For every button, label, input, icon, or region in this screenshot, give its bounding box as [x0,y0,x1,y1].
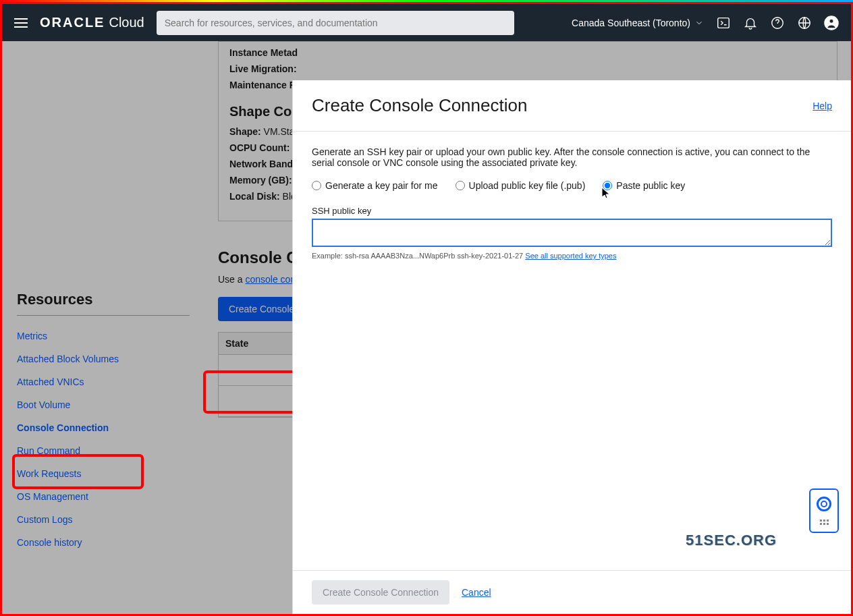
cloudshell-icon[interactable] [716,16,731,30]
profile-icon[interactable] [824,16,839,30]
example-text: Example: ssh-rsa AAAAB3Nza...NWap6Prb ss… [312,252,525,260]
chevron-down-icon [694,18,704,28]
globe-icon[interactable] [797,16,812,30]
help-link[interactable]: Help [813,101,832,111]
radio-generate[interactable]: Generate a key pair for me [312,180,438,191]
bell-icon[interactable] [743,16,758,30]
example-link[interactable]: See all supported key types [525,252,616,260]
watermark: 51SEC.ORG [686,532,777,549]
support-widget[interactable] [809,488,839,533]
radio-paste[interactable]: Paste public key [603,180,685,191]
region-selector[interactable]: Canada Southeast (Toronto) [572,18,704,28]
footer-create-button[interactable]: Create Console Connection [312,580,449,605]
menu-icon[interactable] [14,18,28,28]
panel-intro: Generate an SSH key pair or upload your … [312,146,832,168]
logo-light: Cloud [109,15,144,30]
highlight-box-sidebar [12,454,144,489]
region-label: Canada Southeast (Toronto) [572,18,690,28]
search-input[interactable] [165,18,506,28]
help-icon[interactable] [770,16,785,30]
footer-cancel-link[interactable]: Cancel [462,587,491,598]
lifebuoy-icon [817,497,831,511]
radio-upload[interactable]: Upload public key file (.pub) [456,180,586,191]
search-box[interactable] [157,11,514,35]
topbar: ORACLE Cloud Canada Southeast (Toronto) [2,4,851,41]
grip-icon [820,520,829,525]
logo-bold: ORACLE [40,15,105,30]
panel-title: Create Console Connection [312,95,527,116]
ssh-label: SSH public key [312,206,832,216]
create-console-panel: Create Console Connection Help Generate … [292,80,851,614]
ssh-public-key-input[interactable] [312,219,832,247]
svg-point-4 [829,19,833,23]
logo[interactable]: ORACLE Cloud [40,15,144,30]
